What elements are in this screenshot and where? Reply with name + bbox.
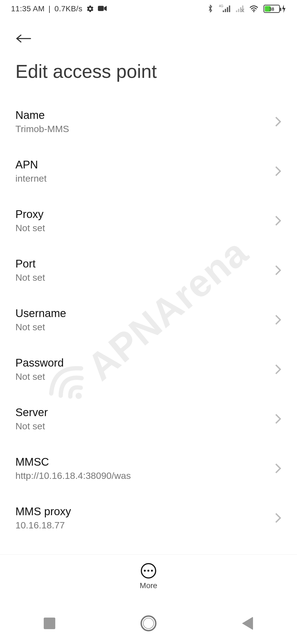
triangle-left-icon: [242, 617, 253, 630]
gear-icon: [86, 5, 94, 13]
chevron-right-icon: [274, 116, 282, 127]
more-icon: [141, 563, 156, 578]
svg-point-11: [253, 11, 255, 12]
svg-rect-6: [238, 9, 240, 12]
setting-row-username[interactable]: Username Not set: [15, 295, 282, 345]
setting-value: Not set: [15, 371, 64, 382]
circle-icon: [141, 615, 156, 631]
network-4g-label: 4G: [219, 4, 223, 8]
svg-rect-5: [236, 10, 237, 12]
bottom-toolbar: More: [0, 554, 297, 598]
chevron-right-icon: [274, 265, 282, 276]
status-bar: 11:35 AM | 0.7KB/s 4G 38: [0, 0, 297, 18]
setting-label: Password: [15, 357, 64, 369]
square-icon: [44, 618, 55, 629]
svg-rect-3: [227, 7, 228, 12]
setting-value: 10.16.18.77: [15, 519, 71, 531]
setting-label: MMSC: [15, 456, 131, 468]
setting-row-name[interactable]: Name Trimob-MMS: [15, 97, 282, 146]
setting-label: Username: [15, 307, 66, 320]
setting-value: http://10.16.18.4:38090/was: [15, 470, 131, 481]
nav-home-button[interactable]: [124, 611, 173, 636]
setting-label: MMS proxy: [15, 505, 71, 518]
system-nav-bar: [0, 603, 297, 644]
chevron-right-icon: [274, 314, 282, 325]
nav-recent-button[interactable]: [25, 611, 74, 636]
setting-label: Server: [15, 406, 48, 419]
setting-label: Proxy: [15, 208, 45, 220]
setting-row-password[interactable]: Password Not set: [15, 345, 282, 394]
chevron-right-icon: [274, 463, 282, 474]
setting-label: Name: [15, 109, 69, 121]
nav-back-button[interactable]: [223, 611, 272, 636]
page-title: Edit access point: [0, 48, 297, 93]
svg-rect-4: [229, 6, 230, 12]
status-separator: |: [48, 4, 51, 13]
arrow-left-icon: [15, 32, 32, 45]
bluetooth-icon: [207, 4, 213, 13]
setting-value: Not set: [15, 272, 45, 283]
svg-rect-0: [98, 6, 104, 11]
more-button[interactable]: More: [140, 563, 157, 590]
setting-row-port[interactable]: Port Not set: [15, 245, 282, 295]
signal-4g-icon: 4G: [218, 5, 231, 12]
settings-list: Name Trimob-MMS APN internet Proxy Not s…: [0, 93, 297, 533]
chevron-right-icon: [274, 166, 282, 177]
setting-value: internet: [15, 173, 46, 184]
setting-value: Not set: [15, 321, 66, 332]
status-time: 11:35 AM: [11, 4, 45, 13]
setting-row-mms-proxy[interactable]: MMS proxy 10.16.18.77: [15, 493, 282, 533]
status-data-rate: 0.7KB/s: [54, 4, 82, 13]
chevron-right-icon: [274, 215, 282, 226]
battery-percent: 38: [264, 7, 279, 12]
setting-label: Port: [15, 258, 45, 270]
setting-label: APN: [15, 159, 46, 171]
battery-indicator: 38: [263, 5, 286, 13]
chevron-right-icon: [274, 413, 282, 424]
video-icon: [98, 6, 107, 12]
svg-rect-7: [240, 7, 241, 12]
setting-row-mmsc[interactable]: MMSC http://10.16.18.4:38090/was: [15, 444, 282, 493]
more-label: More: [140, 581, 157, 590]
svg-rect-2: [225, 9, 226, 12]
status-left: 11:35 AM | 0.7KB/s: [11, 4, 107, 13]
setting-row-apn[interactable]: APN internet: [15, 146, 282, 196]
header: [0, 18, 297, 48]
setting-value: Trimob-MMS: [15, 123, 69, 134]
status-right: 4G 38: [207, 4, 286, 13]
wifi-icon: [249, 5, 258, 12]
back-button[interactable]: [14, 29, 34, 48]
setting-value: Not set: [15, 222, 45, 233]
chevron-right-icon: [274, 512, 282, 523]
chevron-right-icon: [274, 364, 282, 375]
charging-icon: [282, 5, 286, 13]
setting-row-server[interactable]: Server Not set: [15, 394, 282, 444]
setting-row-proxy[interactable]: Proxy Not set: [15, 196, 282, 245]
signal-nosim-icon: [236, 5, 244, 12]
setting-value: Not set: [15, 420, 48, 432]
svg-rect-1: [223, 10, 224, 12]
